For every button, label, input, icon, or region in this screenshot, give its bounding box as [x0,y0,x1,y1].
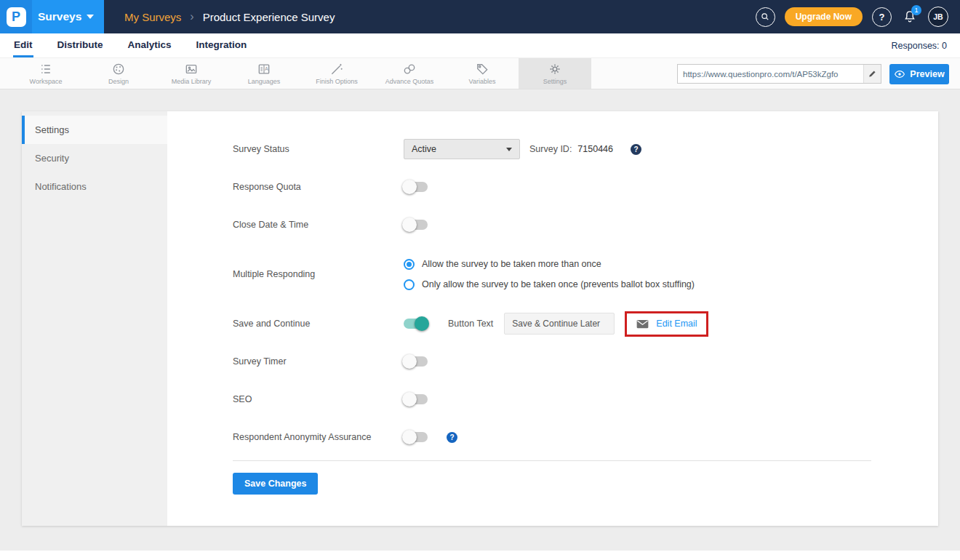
envelope-icon [636,319,649,329]
seo-toggle[interactable] [404,394,428,404]
save-and-continue-row: Save and Continue Button Text Edit Email [233,305,871,343]
variables-icon [475,62,489,76]
settings-icon [548,62,562,76]
response-quota-row: Response Quota [233,168,871,206]
languages-icon: A [257,62,271,76]
save-and-continue-toggle[interactable] [404,319,428,329]
radio-allow-multiple[interactable]: Allow the survey to be taken more than o… [404,259,601,270]
chevron-down-icon [506,148,512,151]
sidebar-item-notifications[interactable]: Notifications [22,172,167,201]
sidebar-item-settings[interactable]: Settings [22,116,167,144]
finish-options-icon [329,62,344,76]
survey-timer-row: Survey Timer [233,343,871,380]
survey-url-input[interactable] [678,70,863,79]
responses-count: Responses: 0 [892,41,947,51]
toolbar-item-workspace[interactable]: Workspace [9,58,82,89]
multiple-responding-row: Multiple Responding Allow the survey to … [233,244,871,305]
response-quota-toggle[interactable] [404,182,428,192]
advance-quotas-icon [402,62,417,76]
tab-analytics[interactable]: Analytics [127,33,172,57]
svg-text:A: A [265,66,268,71]
close-date-time-row: Close Date & Time [233,206,871,244]
notifications-button[interactable]: 1 [901,8,919,25]
question-mark-icon: ? [879,12,885,23]
breadcrumb-current-survey: Product Experience Survey [203,11,335,23]
survey-timer-label: Survey Timer [233,356,404,367]
edit-url-button[interactable] [863,65,881,83]
settings-form: Survey Status Active Survey ID: 7150446 … [167,111,938,526]
topbar-actions: Upgrade Now ? 1 JB [756,7,960,27]
app-switcher[interactable]: P Surveys [0,0,104,33]
tab-distribute[interactable]: Distribute [57,33,104,57]
notification-badge: 1 [911,5,921,15]
survey-id-value: 7150446 [577,144,613,154]
edit-toolbar: Workspace Design Media Library A Languag… [0,57,960,89]
user-avatar[interactable]: JB [928,7,948,27]
toolbar-item-languages[interactable]: A Languages [228,58,300,89]
surveys-menu-label: Surveys [38,10,81,23]
tab-integration[interactable]: Integration [196,33,248,57]
response-quota-label: Response Quota [233,182,404,192]
toolbar-item-label: Workspace [30,78,63,85]
settings-sidebar: Settings Security Notifications [22,111,167,526]
toolbar-item-variables[interactable]: Variables [446,58,519,89]
toolbar-item-design[interactable]: Design [82,58,155,89]
toolbar-item-label: Variables [469,78,496,85]
chevron-down-icon [87,15,94,19]
edit-email-link[interactable]: Edit Email [656,319,697,329]
survey-status-select[interactable]: Active [404,139,520,159]
help-button[interactable]: ? [872,7,892,27]
toolbar-items: Workspace Design Media Library A Languag… [9,58,591,89]
button-text-input[interactable] [504,313,615,335]
toolbar-item-label: Media Library [172,78,212,85]
seo-label: SEO [233,394,404,404]
tab-edit[interactable]: Edit [13,33,33,57]
survey-id-label: Survey ID: [529,144,572,154]
radio-unselected-icon [404,279,415,290]
search-button[interactable] [756,7,775,27]
survey-timer-toggle[interactable] [404,356,428,367]
anonymity-help-icon[interactable]: ? [447,432,457,443]
breadcrumb-separator-icon: › [190,10,193,23]
upgrade-now-button[interactable]: Upgrade Now [785,7,863,26]
toggle-knob [415,316,429,331]
sidebar-item-security[interactable]: Security [22,144,167,172]
radio-allow-multiple-label: Allow the survey to be taken more than o… [422,259,601,269]
preview-button[interactable]: Preview [889,64,949,84]
save-and-continue-label: Save and Continue [233,319,404,329]
questionpro-logo: P [0,0,32,33]
toolbar-item-label: Finish Options [316,78,358,85]
survey-id-help-icon[interactable]: ? [631,144,641,155]
toggle-knob [402,392,417,407]
toggle-knob [402,217,417,232]
toolbar-item-label: Languages [248,78,281,85]
toolbar-item-advance-quotas[interactable]: Advance Quotas [373,58,446,89]
topbar: P Surveys My Surveys › Product Experienc… [0,0,960,33]
close-date-time-toggle[interactable] [404,220,428,230]
respondent-anonymity-label: Respondent Anonymity Assurance [233,432,404,442]
toolbar-item-settings[interactable]: Settings [519,58,591,89]
save-changes-button[interactable]: Save Changes [233,473,318,495]
respondent-anonymity-row: Respondent Anonymity Assurance ? [233,418,871,456]
settings-card: Settings Security Notifications Survey S… [22,111,938,526]
respondent-anonymity-toggle[interactable] [404,432,428,442]
toolbar-item-label: Advance Quotas [385,78,434,85]
media-library-icon [184,62,199,76]
primary-nav: Edit Distribute Analytics Integration Re… [0,33,960,57]
breadcrumb-my-surveys[interactable]: My Surveys [124,11,181,23]
logo-letter: P [7,7,26,27]
toolbar-item-media-library[interactable]: Media Library [155,58,228,89]
pencil-icon [868,69,877,79]
radio-selected-icon [404,259,415,270]
design-icon [111,62,126,76]
button-text-label: Button Text [448,319,493,329]
survey-status-row: Survey Status Active Survey ID: 7150446 … [233,130,871,168]
multiple-responding-label: Multiple Responding [233,269,404,279]
workspace-icon [39,62,53,76]
toolbar-item-finish-options[interactable]: Finish Options [300,58,373,89]
surveys-menu[interactable]: Surveys [38,10,94,23]
radio-only-once[interactable]: Only allow the survey to be taken once (… [404,279,695,290]
radio-only-once-label: Only allow the survey to be taken once (… [422,279,695,289]
search-icon [760,12,770,22]
toggle-knob [402,180,417,194]
